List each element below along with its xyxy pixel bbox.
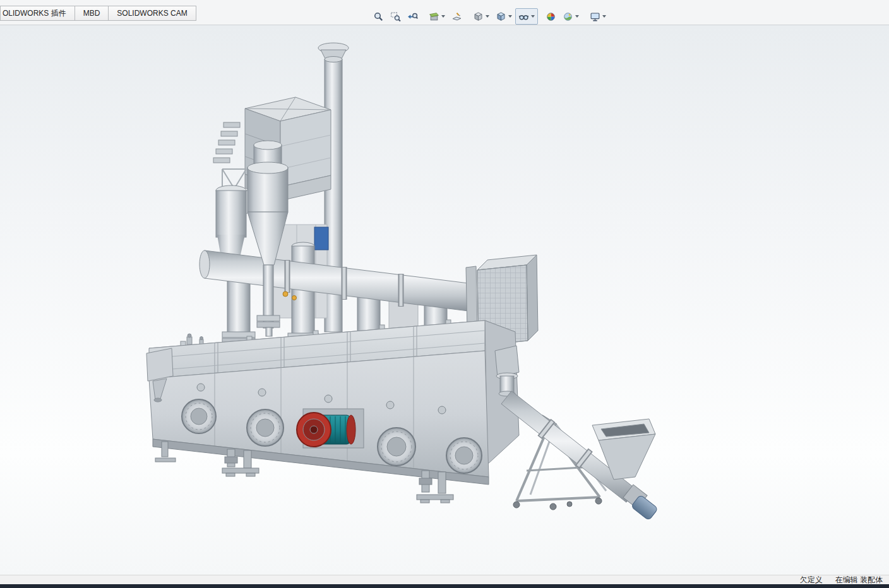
heads-up-toolbar <box>370 8 609 25</box>
dropdown-caret <box>531 15 535 18</box>
vibration-motor[interactable] <box>297 409 364 448</box>
view-settings-button[interactable] <box>587 8 609 25</box>
view-orientation-button[interactable] <box>470 8 492 25</box>
tab-solidworks-addins[interactable]: OLIDWORKS 插件 <box>0 6 75 21</box>
zoom-to-fit-icon <box>373 11 384 22</box>
blue-valve-box <box>314 227 328 250</box>
tab-label: OLIDWORKS 插件 <box>3 8 66 19</box>
apply-scene-icon <box>563 11 573 22</box>
tab-solidworks-cam[interactable]: SOLIDWORKS CAM <box>108 6 196 21</box>
solidworks-window: OLIDWORKS 插件 MBD SOLIDWORKS CAM <box>0 0 889 588</box>
display-style-icon <box>496 11 506 22</box>
section-view-button[interactable] <box>426 8 448 25</box>
zoom-to-fit-button[interactable] <box>370 8 387 25</box>
pulse-valve-nozzles <box>213 122 240 163</box>
dropdown-caret <box>508 15 512 18</box>
graphics-viewport[interactable] <box>0 25 889 575</box>
status-underdefined: 欠定义 <box>800 575 823 585</box>
view-orientation-icon <box>473 11 484 22</box>
previous-view-button[interactable] <box>404 8 421 25</box>
apply-scene-button[interactable] <box>559 8 582 25</box>
dropdown-caret <box>486 15 489 18</box>
command-tabs: OLIDWORKS 插件 MBD SOLIDWORKS CAM <box>0 6 196 21</box>
manhole-door <box>378 428 415 466</box>
zoom-to-area-icon <box>390 11 401 22</box>
fluid-bed-dryer[interactable] <box>146 320 519 503</box>
tab-mbd[interactable]: MBD <box>75 6 109 21</box>
edit-appearance-icon <box>546 11 556 22</box>
dropdown-caret <box>575 15 579 18</box>
edit-appearance-button[interactable] <box>542 8 559 25</box>
manhole-door <box>247 409 283 446</box>
zoom-to-area-button[interactable] <box>387 8 404 25</box>
screw-conveyor[interactable] <box>501 391 658 520</box>
status-bar: 欠定义 在编辑 装配体 <box>0 575 889 584</box>
status-editing-assembly: 在编辑 装配体 <box>835 575 883 585</box>
hide-show-items-icon <box>518 11 529 22</box>
annotation-views-button[interactable] <box>448 8 465 25</box>
previous-view-icon <box>407 11 418 22</box>
tab-label: MBD <box>83 9 100 18</box>
dropdown-caret <box>602 15 606 18</box>
manhole-door <box>446 438 482 473</box>
dropdown-caret <box>441 15 445 18</box>
command-tab-bar: OLIDWORKS 插件 MBD SOLIDWORKS CAM <box>0 0 889 25</box>
manhole-door <box>182 399 216 433</box>
display-style-button[interactable] <box>492 8 515 25</box>
annotation-views-icon <box>451 11 462 22</box>
tab-label: SOLIDWORKS CAM <box>117 9 187 18</box>
window-bottom-edge <box>0 584 889 588</box>
view-settings-icon <box>590 11 600 22</box>
hide-show-items-button[interactable] <box>515 8 538 25</box>
assembly-model[interactable] <box>0 25 889 575</box>
section-view-icon <box>429 11 439 22</box>
